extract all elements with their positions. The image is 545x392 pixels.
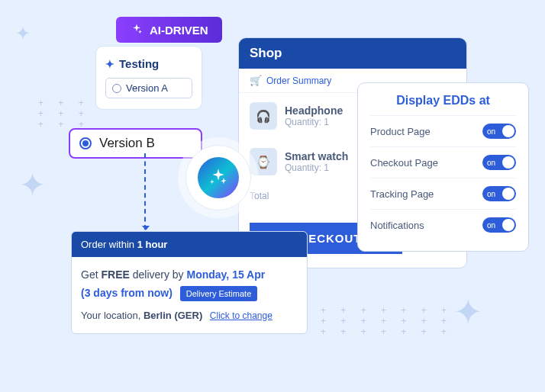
order-summary-label: Order Summary — [266, 76, 331, 86]
version-a-label: Version A — [126, 82, 168, 94]
version-b-option[interactable]: Version B — [69, 128, 202, 159]
edd-row-product: Product Page on — [370, 115, 516, 146]
edd-row-checkout: Checkout Page on — [370, 146, 516, 178]
t: Get — [81, 268, 101, 281]
edd-label: Product Page — [370, 126, 431, 137]
item-name: Smart watch — [285, 150, 348, 162]
watch-icon: ⌚ — [250, 148, 277, 175]
edd-label: Checkout Page — [370, 157, 438, 169]
free-label: FREE — [101, 268, 129, 281]
header-bold: 1 hour — [137, 239, 168, 250]
delivery-date: Monday, 15 Apr — [187, 268, 266, 281]
location-value: Berlin (GER) — [144, 310, 202, 321]
toggle-on[interactable]: on — [482, 217, 516, 233]
delivery-line: Get FREE delivery by Monday, 15 Apr — [81, 266, 298, 284]
sparkle-icon — [130, 23, 144, 37]
decorative-dots: + + ++ + ++ + + — [38, 98, 90, 130]
cart-icon: 🛒 — [250, 75, 262, 86]
delivery-header: Order within 1 hour — [72, 232, 307, 257]
testing-title-label: Testing — [119, 57, 159, 70]
decorative-star-icon: ✦ — [15, 23, 31, 44]
item-qty: Quantity: 1 — [285, 162, 348, 173]
item-qty: Quantity: 1 — [285, 117, 343, 127]
connector-arrow — [144, 153, 146, 230]
toggle-on[interactable]: on — [482, 124, 516, 139]
edd-row-tracking: Tracking Page on — [370, 178, 516, 209]
testing-panel: ✦ Testing Version A — [95, 46, 202, 110]
radio-unchecked-icon — [112, 84, 121, 93]
ai-orb — [185, 145, 251, 210]
item-name: Headphone — [285, 104, 343, 117]
headphone-icon: 🎧 — [250, 102, 277, 130]
decorative-star-icon: ✦ — [19, 166, 46, 204]
delivery-estimate-button[interactable]: Delivery Estimate — [180, 286, 258, 301]
toggle-on[interactable]: on — [482, 155, 516, 170]
header-prefix: Order within — [81, 239, 137, 250]
radio-checked-icon — [79, 137, 92, 149]
change-location-link[interactable]: Click to change — [210, 310, 272, 321]
testing-title: ✦ Testing — [105, 57, 192, 70]
decorative-dots: + + + + + + ++ + + + + + ++ + + + + + + — [321, 305, 453, 337]
version-a-option[interactable]: Version A — [105, 78, 192, 98]
delivery-estimate-panel: Order within 1 hour Get FREE delivery by… — [71, 231, 308, 334]
ai-driven-badge: AI-DRIVEN — [116, 17, 222, 43]
badge-label: AI-DRIVEN — [150, 24, 208, 37]
version-b-label: Version B — [99, 136, 155, 151]
t: Your location, — [81, 310, 144, 321]
delivery-line2: (3 days from now) Delivery Estimate — [81, 284, 298, 303]
delivery-days: (3 days from now) — [81, 287, 173, 299]
decorative-star-icon: ✦ — [453, 291, 483, 333]
sparkle-icon — [208, 167, 229, 188]
edd-panel: Display EDDs at Product Page on Checkout… — [357, 82, 529, 252]
edd-label: Tracking Page — [370, 188, 434, 200]
sparkle-icon: ✦ — [105, 58, 114, 70]
toggle-on[interactable]: on — [482, 186, 516, 201]
edd-title: Display EDDs at — [370, 94, 516, 108]
edd-row-notifications: Notifications on — [370, 209, 516, 240]
t: delivery by — [130, 268, 187, 281]
location-line: Your location, Berlin (GER) Click to cha… — [81, 307, 298, 324]
edd-label: Notifications — [370, 220, 424, 231]
shop-header: Shop — [239, 38, 466, 69]
